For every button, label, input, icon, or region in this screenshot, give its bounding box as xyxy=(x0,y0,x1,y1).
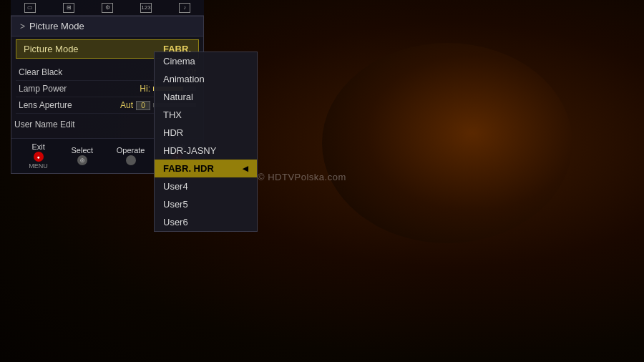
lamp-power-value: Hi: xyxy=(140,84,150,94)
menu-header: > Picture Mode xyxy=(11,16,203,36)
exit-footer-item[interactable]: Exit ● MENU xyxy=(29,142,48,170)
display-icon-box: ⊞ xyxy=(63,3,74,13)
operate-footer-item[interactable]: Operate xyxy=(117,146,145,166)
lens-aperture-number: 0 xyxy=(136,101,150,110)
dropdown-item-fabr-hdr[interactable]: FABR. HDR xyxy=(155,160,257,177)
dropdown-item-hdr-jasny[interactable]: HDR-JASNY xyxy=(155,142,257,160)
lens-aperture-label: Lens Aperture xyxy=(19,100,72,110)
exit-icon-label: MENU xyxy=(29,162,48,170)
select-footer-item[interactable]: Select ◎ xyxy=(71,146,93,166)
speaker-icon-box: ♪ xyxy=(179,3,190,13)
settings-icon[interactable]: ⚙ xyxy=(102,3,113,13)
display-icon[interactable]: ⊞ xyxy=(63,3,74,13)
dropdown-item-cinema[interactable]: Cinema xyxy=(155,52,257,70)
counter-icon-box: 123 xyxy=(140,3,152,13)
dropdown-menu: Cinema Animation Natural THX HDR HDR-JAS… xyxy=(154,52,258,232)
speaker-icon[interactable]: ♪ xyxy=(179,3,190,13)
dropdown-item-thx[interactable]: THX xyxy=(155,106,257,124)
clear-black-label: Clear Black xyxy=(19,67,62,77)
lens-aperture-value: Aut xyxy=(120,100,133,110)
picture-icon[interactable]: ▭ xyxy=(24,3,36,13)
dropdown-item-hdr[interactable]: HDR xyxy=(155,124,257,142)
dropdown-item-user5[interactable]: User5 xyxy=(155,195,257,213)
counter-icon[interactable]: 123 xyxy=(140,3,152,13)
operate-icon xyxy=(126,155,136,165)
lamp-power-label: Lamp Power xyxy=(19,84,67,94)
icon-bar: ▭ ⊞ ⚙ 123 ♪ xyxy=(11,0,204,16)
watermark: © HDTVPolska.com xyxy=(258,172,346,182)
selected-row-label: Picture Mode xyxy=(24,44,79,54)
user-name-edit-label: User Name Edit xyxy=(14,119,75,129)
operate-label: Operate xyxy=(117,146,145,155)
select-icon: ◎ xyxy=(77,155,87,165)
picture-icon-box: ▭ xyxy=(24,3,36,13)
dropdown-item-user4[interactable]: User4 xyxy=(155,177,257,195)
dropdown-item-user6[interactable]: User6 xyxy=(155,213,257,231)
dropdown-item-animation[interactable]: Animation xyxy=(155,70,257,88)
header-title: Picture Mode xyxy=(29,21,84,31)
exit-label: Exit xyxy=(31,142,44,151)
exit-icon: ● xyxy=(34,152,44,162)
settings-icon-box: ⚙ xyxy=(102,3,113,13)
dropdown-item-natural[interactable]: Natural xyxy=(155,88,257,106)
header-arrow: > xyxy=(20,21,25,31)
select-label: Select xyxy=(71,146,93,155)
